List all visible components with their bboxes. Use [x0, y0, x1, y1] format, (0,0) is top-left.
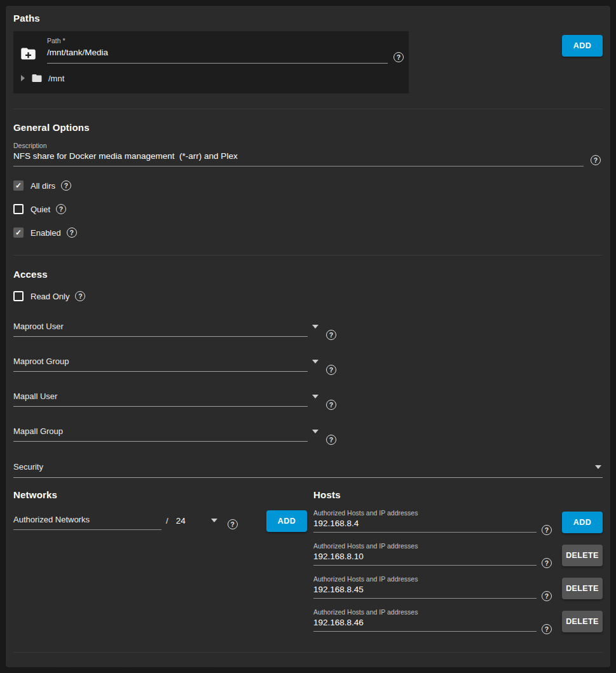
enabled-label: Enabled: [31, 228, 61, 238]
chevron-down-icon[interactable]: [312, 395, 318, 398]
all-dirs-checkbox[interactable]: [13, 180, 24, 191]
host-row: Authorized Hosts and IP addresses 192.16…: [313, 542, 603, 566]
paths-add-button[interactable]: ADD: [562, 35, 603, 57]
file-explorer-panel: Path * /mnt/tank/Media /mnt: [13, 31, 409, 93]
mapall-user-select[interactable]: Mapall User: [13, 390, 603, 407]
authorized-host-value[interactable]: 192.168.8.46: [313, 618, 537, 627]
chevron-down-icon[interactable]: [312, 430, 318, 433]
authorized-host-label: Authorized Hosts and IP addresses: [313, 575, 537, 583]
authorized-networks-label: Authorized Networks: [13, 515, 90, 524]
chevron-down-icon[interactable]: [312, 325, 318, 329]
basic-options-button[interactable]: BASIC OPTIONS: [132, 667, 217, 668]
chevron-down-icon[interactable]: [595, 465, 601, 469]
help-icon[interactable]: [394, 52, 404, 62]
hosts-section-title: Hosts: [313, 489, 603, 500]
all-dirs-label: All dirs: [31, 181, 55, 191]
folder-icon: [31, 72, 43, 84]
general-options-title: General Options: [13, 109, 603, 133]
authorized-host-label: Authorized Hosts and IP addresses: [313, 509, 537, 517]
authorized-host-label: Authorized Hosts and IP addresses: [313, 542, 537, 550]
access-section: Access Read Only Maproot User Maproot Gr…: [6, 255, 610, 478]
help-icon[interactable]: [61, 180, 71, 191]
chevron-down-icon[interactable]: [312, 360, 318, 364]
access-section-title: Access: [13, 255, 603, 280]
authorized-host-input[interactable]: Authorized Hosts and IP addresses 192.16…: [313, 608, 537, 632]
host-add-button[interactable]: ADD: [562, 512, 603, 533]
footer-actions: SAVE CANCEL BASIC OPTIONS: [6, 653, 610, 668]
host-row: Authorized Hosts and IP addresses 192.16…: [313, 575, 603, 599]
enabled-row: Enabled: [13, 227, 603, 238]
description-field[interactable]: Description NFS share for Docker media m…: [13, 142, 584, 167]
host-delete-button[interactable]: DELETE: [562, 545, 603, 566]
expand-arrow-icon[interactable]: [21, 75, 25, 81]
authorized-network-row: Authorized Networks / 24 ADD: [13, 510, 313, 530]
read-only-label: Read Only: [31, 292, 69, 301]
security-select[interactable]: Security: [13, 461, 603, 478]
general-options-section: General Options Description NFS share fo…: [6, 109, 610, 255]
description-label: Description: [13, 142, 584, 149]
select-label: Maproot User: [13, 322, 64, 331]
networks-add-button[interactable]: ADD: [266, 510, 307, 532]
host-delete-button[interactable]: DELETE: [562, 578, 603, 599]
help-icon[interactable]: [591, 155, 601, 165]
description-input[interactable]: NFS share for Docker media management (*…: [13, 151, 584, 161]
maproot-user-select[interactable]: Maproot User: [13, 320, 603, 337]
select-label: Security: [13, 462, 43, 472]
help-icon[interactable]: [228, 519, 238, 529]
help-icon[interactable]: [542, 591, 552, 601]
help-icon[interactable]: [56, 204, 66, 214]
select-label: Mapall User: [13, 391, 57, 401]
host-row: Authorized Hosts and IP addresses 192.16…: [313, 608, 603, 632]
quiet-label: Quiet: [31, 205, 50, 214]
help-icon[interactable]: [326, 330, 336, 340]
quiet-checkbox[interactable]: [13, 204, 24, 214]
help-icon[interactable]: [542, 558, 552, 568]
paths-section-title: Paths: [13, 13, 603, 24]
authorized-host-input[interactable]: Authorized Hosts and IP addresses 192.16…: [313, 575, 537, 599]
cancel-button[interactable]: CANCEL: [71, 667, 125, 668]
all-dirs-row: All dirs: [13, 180, 603, 191]
enabled-checkbox[interactable]: [13, 228, 24, 238]
tree-item-label: /mnt: [48, 74, 64, 83]
read-only-checkbox[interactable]: [13, 291, 24, 301]
hosts-section: Hosts Authorized Hosts and IP addresses …: [313, 489, 603, 632]
help-icon[interactable]: [542, 624, 552, 634]
paths-section: Paths Path * /mnt/tank/Media: [6, 6, 610, 109]
host-delete-button[interactable]: DELETE: [562, 611, 603, 632]
networks-hosts-columns: Networks Authorized Networks / 24 ADD Ho…: [6, 489, 610, 632]
help-icon[interactable]: [326, 435, 336, 445]
select-label: Mapall Group: [13, 426, 63, 436]
nfs-share-form-card: Paths Path * /mnt/tank/Media: [5, 5, 611, 668]
path-input[interactable]: /mnt/tank/Media: [47, 48, 108, 57]
path-field-label: Path *: [47, 37, 388, 44]
folder-add-icon: [20, 45, 37, 62]
authorized-host-input[interactable]: Authorized Hosts and IP addresses 192.16…: [313, 509, 537, 533]
chevron-down-icon[interactable]: [211, 519, 217, 522]
tree-item-mnt[interactable]: /mnt: [21, 72, 404, 84]
help-icon[interactable]: [67, 228, 77, 238]
mapall-group-select[interactable]: Mapall Group: [13, 425, 603, 442]
authorized-networks-input[interactable]: Authorized Networks: [13, 513, 161, 530]
select-label: Maproot Group: [13, 357, 69, 366]
authorized-host-value[interactable]: 192.168.8.4: [313, 519, 537, 528]
read-only-row: Read Only: [13, 290, 603, 302]
cidr-select-value[interactable]: 24: [176, 516, 186, 526]
authorized-host-label: Authorized Hosts and IP addresses: [313, 608, 537, 616]
help-icon[interactable]: [326, 400, 336, 410]
networks-section: Networks Authorized Networks / 24 ADD: [13, 489, 313, 632]
help-icon[interactable]: [326, 365, 336, 375]
save-button[interactable]: SAVE: [18, 667, 60, 668]
authorized-host-value[interactable]: 192.168.8.10: [313, 552, 537, 561]
host-row: Authorized Hosts and IP addresses 192.16…: [313, 509, 603, 533]
authorized-host-value[interactable]: 192.168.8.45: [313, 585, 537, 594]
quiet-row: Quiet: [13, 203, 603, 215]
help-icon[interactable]: [542, 525, 552, 535]
help-icon[interactable]: [75, 291, 85, 301]
maproot-group-select[interactable]: Maproot Group: [13, 355, 603, 372]
cidr-separator: /: [166, 516, 168, 526]
authorized-host-input[interactable]: Authorized Hosts and IP addresses 192.16…: [313, 542, 537, 566]
networks-section-title: Networks: [13, 489, 313, 500]
